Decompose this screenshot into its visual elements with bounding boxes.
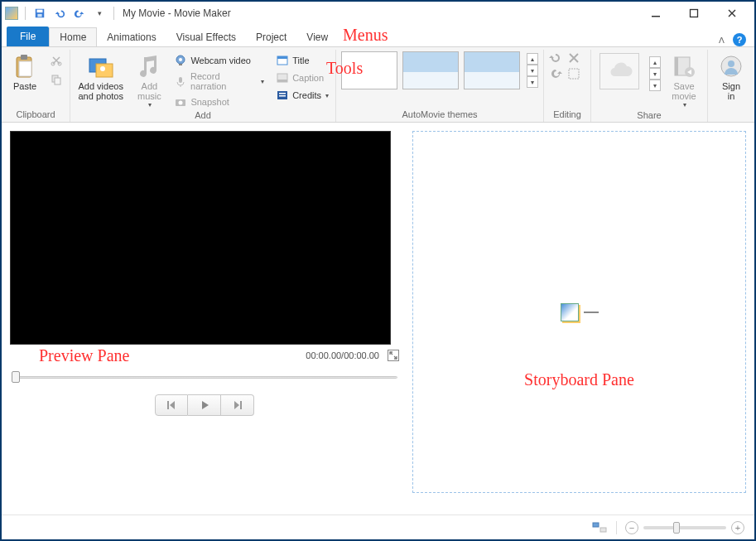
tab-view[interactable]: View	[296, 28, 338, 46]
storyboard-pane[interactable]: Storyboard Pane	[412, 131, 746, 493]
maximize-button[interactable]	[675, 2, 713, 24]
tab-animations[interactable]: Animations	[97, 28, 166, 46]
group-editing: Editing	[544, 50, 591, 122]
credits-icon	[276, 89, 289, 102]
annotation-tools: Tools	[326, 59, 363, 78]
app-icon	[5, 7, 18, 20]
prev-frame-button[interactable]	[155, 394, 188, 416]
ribbon: Tools Paste Clipboard Add videos and	[2, 46, 754, 123]
qat-save-button[interactable]	[32, 6, 47, 21]
mic-icon	[174, 75, 187, 88]
add-media-icon	[88, 53, 114, 80]
timecode: 00:00.00/00:00.00	[306, 350, 379, 360]
gallery-down-button[interactable]: ▾	[527, 65, 538, 76]
next-frame-button[interactable]	[221, 394, 254, 416]
zoom-out-button[interactable]: −	[625, 521, 638, 534]
annotation-menus: Menus	[343, 26, 388, 45]
share-gallery-more[interactable]: ▾	[649, 80, 661, 91]
tab-visual-effects[interactable]: Visual Effects	[166, 28, 246, 46]
webcam-video-button[interactable]: Webcam video	[172, 53, 266, 68]
titlebar: ▾ My Movie - Movie Maker	[2, 2, 754, 25]
group-automovie: ▴ ▾ ▾ AutoMovie themes	[336, 50, 544, 122]
rotate-right-button[interactable]	[549, 67, 562, 80]
collapse-ribbon-button[interactable]: ᐱ	[719, 36, 725, 45]
annotation-storyboard: Storyboard Pane	[524, 370, 634, 389]
slider-thumb[interactable]	[12, 371, 20, 383]
camera-icon	[174, 95, 187, 109]
zoom-slider[interactable]	[643, 526, 726, 529]
svg-rect-35	[240, 401, 242, 409]
group-add: Add videos and photos Add music ▾ Webcam…	[70, 50, 336, 122]
window-title: My Movie - Movie Maker	[123, 7, 231, 19]
play-button[interactable]	[188, 394, 221, 416]
close-button[interactable]	[713, 2, 751, 24]
add-videos-photos-button[interactable]: Add videos and photos	[75, 51, 126, 103]
preview-slider[interactable]	[12, 374, 397, 381]
add-music-button[interactable]: Add music ▾	[131, 51, 167, 110]
group-share: ▴ ▾ ▾ Save movie ▾ Share	[591, 50, 708, 122]
caption-icon	[276, 71, 289, 85]
share-gallery-down[interactable]: ▾	[649, 68, 661, 80]
tab-project[interactable]: Project	[246, 28, 296, 46]
rotate-left-button[interactable]	[549, 51, 562, 65]
zoom-in-button[interactable]: +	[731, 521, 744, 534]
select-all-button[interactable]	[567, 67, 580, 80]
svg-rect-3	[652, 16, 660, 17]
automovie-gallery[interactable]: ▴ ▾ ▾	[341, 51, 538, 89]
clipboard-icon	[12, 53, 38, 80]
gallery-more-button[interactable]: ▾	[527, 76, 538, 88]
qat-redo-button[interactable]	[72, 6, 87, 21]
svg-rect-37	[600, 528, 606, 532]
svg-point-20	[179, 101, 183, 105]
svg-point-16	[179, 58, 182, 61]
status-bar: − +	[2, 514, 754, 539]
tab-file[interactable]: File	[7, 27, 49, 46]
cloud-icon	[600, 53, 639, 89]
copy-icon	[50, 73, 63, 86]
remove-button[interactable]	[567, 51, 580, 65]
view-toggle-button[interactable]	[591, 520, 608, 535]
svg-rect-6	[21, 55, 27, 60]
svg-rect-24	[277, 80, 287, 82]
save-movie-button[interactable]: Save movie ▾	[666, 51, 702, 110]
gallery-up-button[interactable]: ▴	[527, 53, 538, 65]
svg-rect-17	[179, 64, 182, 65]
skydrive-button[interactable]	[596, 51, 643, 91]
menu-bar: File Home Animations Visual Effects Proj…	[2, 25, 754, 46]
qat-customize[interactable]: ▾	[92, 6, 107, 21]
theme-thumb-2[interactable]	[402, 51, 459, 89]
record-narration-button[interactable]: Record narration▾	[172, 70, 266, 92]
title-button[interactable]: Title	[274, 53, 330, 68]
tab-home[interactable]: Home	[49, 27, 97, 46]
snapshot-button[interactable]: Snapshot	[172, 94, 266, 109]
qat-undo-button[interactable]	[52, 6, 67, 21]
film-icon	[561, 303, 579, 321]
add-videos-label: Add videos and photos	[78, 81, 123, 101]
copy-button[interactable]	[48, 72, 65, 87]
paste-button[interactable]: Paste	[7, 51, 43, 93]
svg-rect-28	[569, 69, 579, 79]
svg-rect-27	[279, 95, 286, 97]
scissors-icon	[50, 54, 63, 67]
minimize-button[interactable]	[637, 2, 675, 24]
sign-in-button[interactable]: Sign in	[713, 51, 749, 103]
svg-rect-2	[37, 14, 41, 17]
zoom-slider-thumb[interactable]	[673, 522, 680, 534]
share-gallery-up[interactable]: ▴	[649, 56, 661, 68]
storyboard-placeholder	[561, 303, 599, 321]
svg-rect-22	[277, 56, 287, 59]
annotation-preview: Preview Pane	[39, 346, 129, 365]
help-button[interactable]: ?	[733, 33, 746, 46]
cut-button[interactable]	[48, 53, 65, 68]
theme-thumb-3[interactable]	[464, 51, 520, 89]
caption-button[interactable]: Caption	[274, 70, 330, 85]
svg-point-33	[728, 60, 734, 67]
save-movie-icon	[671, 53, 697, 80]
svg-rect-26	[279, 93, 286, 94]
svg-point-14	[100, 66, 105, 71]
group-signin: Sign in	[708, 50, 754, 122]
title-icon	[276, 54, 289, 67]
credits-button[interactable]: Credits▾	[274, 88, 330, 103]
fullscreen-button[interactable]	[388, 350, 399, 361]
preview-screen	[10, 131, 391, 345]
